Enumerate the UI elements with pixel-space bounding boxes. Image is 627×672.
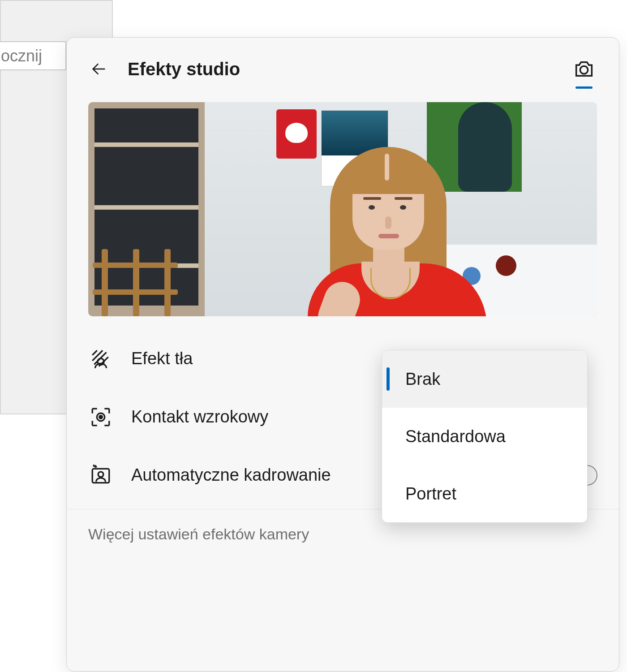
dropdown-item-standard[interactable]: Standardowa [382, 408, 587, 465]
more-camera-settings-text: Więcej ustawień efektów kamery [88, 526, 309, 543]
camera-tab-button[interactable] [571, 56, 597, 82]
svg-point-8 [99, 416, 103, 419]
arrow-left-icon [90, 60, 108, 78]
dropdown-item-label: Standardowa [405, 427, 506, 446]
svg-line-2 [92, 350, 97, 355]
camera-preview [88, 102, 597, 316]
selection-indicator [387, 367, 390, 391]
eye-contact-icon [88, 406, 113, 428]
back-button[interactable] [88, 58, 110, 80]
dropdown-item-none[interactable]: Brak [382, 350, 587, 408]
partial-background-button[interactable]: ocznij [0, 41, 66, 70]
dropdown-item-label: Brak [405, 370, 440, 389]
svg-rect-9 [92, 469, 109, 482]
panel-header: Efekty studio [67, 38, 619, 96]
camera-tab-indicator [575, 86, 593, 89]
partial-background-button-text: ocznij [1, 47, 42, 65]
background-effect-icon [88, 348, 113, 370]
dropdown-item-portrait[interactable]: Portret [382, 465, 587, 522]
dropdown-item-label: Portret [405, 484, 456, 504]
svg-point-10 [98, 472, 103, 477]
panel-title: Efekty studio [128, 59, 553, 79]
auto-framing-icon [88, 464, 113, 487]
background-effect-dropdown: Brak Standardowa Portret [382, 350, 588, 523]
camera-icon [572, 57, 596, 81]
svg-point-1 [580, 66, 588, 74]
